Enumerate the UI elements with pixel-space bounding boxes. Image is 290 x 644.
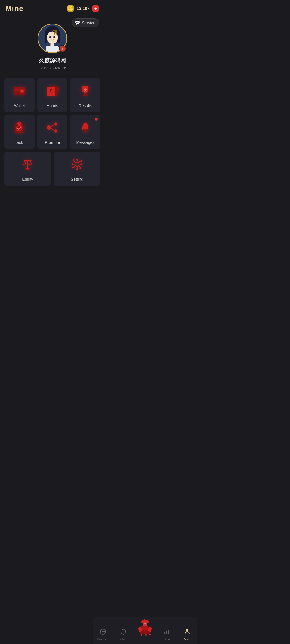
avatar-container[interactable]: ♂ <box>38 24 67 53</box>
svg-point-6 <box>53 36 55 38</box>
share-icon <box>46 121 59 137</box>
menu-item-hands[interactable]: Hands <box>37 78 68 112</box>
svg-point-31 <box>47 125 51 130</box>
svg-point-35 <box>84 130 86 133</box>
menu-item-task[interactable]: task <box>4 115 35 149</box>
hands-label: Hands <box>46 103 58 108</box>
svg-point-5 <box>49 36 51 38</box>
wallet-icon <box>13 84 26 100</box>
svg-line-33 <box>50 128 55 130</box>
promote-label: Promote <box>45 140 60 145</box>
messages-label: Messages <box>76 140 94 145</box>
username: 久麒源码网 <box>39 57 66 64</box>
svg-point-29 <box>54 122 57 126</box>
menu-item-messages[interactable]: Messages <box>70 115 100 149</box>
setting-label: Setting <box>71 177 84 181</box>
svg-rect-37 <box>27 160 28 168</box>
add-coins-button[interactable]: + <box>92 5 99 12</box>
header: Mine 🪙 13.10k + <box>0 0 105 16</box>
svg-line-32 <box>50 125 55 127</box>
coin-icon: 🪙 <box>67 5 74 12</box>
svg-rect-24 <box>83 95 88 96</box>
balance-icon <box>21 158 34 174</box>
equity-label: Equity <box>22 177 33 181</box>
profile-section: ♂ 久麒源码网 ID:10078026126 <box>0 16 105 75</box>
svg-line-40 <box>25 161 26 164</box>
menu-item-setting[interactable]: Setting <box>54 152 100 186</box>
coin-amount: 13.10k <box>77 6 90 11</box>
svg-rect-44 <box>25 169 31 170</box>
gender-icon: ♂ <box>61 46 64 51</box>
cards-icon <box>46 84 59 100</box>
svg-rect-38 <box>24 160 32 161</box>
svg-line-42 <box>31 161 32 164</box>
svg-rect-27 <box>17 122 21 125</box>
gear-icon <box>70 158 84 174</box>
gender-badge: ♂ <box>59 45 66 52</box>
results-label: Results <box>79 103 92 108</box>
trophy-icon <box>79 84 92 100</box>
user-id: ID:10078026126 <box>38 66 66 70</box>
svg-rect-8 <box>46 46 59 52</box>
svg-rect-43 <box>26 168 29 169</box>
menu-grid-section: Wallet Hands <box>0 75 105 188</box>
bell-icon <box>79 121 92 137</box>
svg-point-30 <box>54 129 57 133</box>
svg-point-19 <box>21 90 23 92</box>
svg-line-39 <box>24 161 25 164</box>
menu-item-wallet[interactable]: Wallet <box>4 78 35 112</box>
wallet-label: Wallet <box>14 103 25 108</box>
menu-row-1: Wallet Hands <box>4 78 100 149</box>
menu-item-promote[interactable]: Promote <box>37 115 68 149</box>
svg-rect-23 <box>84 93 87 95</box>
task-icon <box>13 121 26 137</box>
svg-point-4 <box>47 31 58 43</box>
menu-item-equity[interactable]: Equity <box>4 152 51 186</box>
svg-point-36 <box>85 122 86 123</box>
menu-item-results[interactable]: Results <box>70 78 100 112</box>
svg-line-41 <box>30 161 31 164</box>
notification-dot <box>95 118 98 121</box>
task-label: task <box>16 140 23 145</box>
svg-point-45 <box>75 162 79 166</box>
menu-row-3: Equity <box>4 152 100 186</box>
page-title: Mine <box>5 4 24 13</box>
header-right: 🪙 13.10k + <box>67 5 99 12</box>
svg-rect-22 <box>50 92 52 92</box>
